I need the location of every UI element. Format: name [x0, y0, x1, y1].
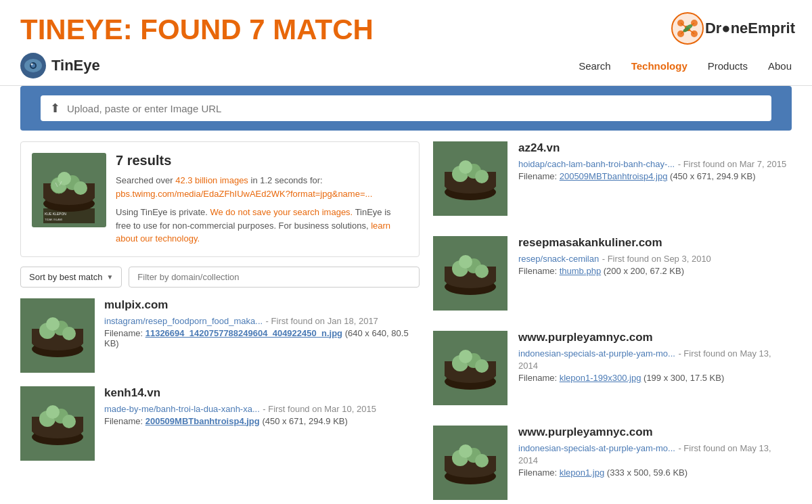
nav-technology[interactable]: Technology — [631, 60, 687, 72]
svg-point-76 — [459, 444, 472, 458]
right-thumb-0 — [433, 141, 508, 216]
right-panel: az24.vn hoidap/cach-lam-banh-troi-banh-c… — [433, 141, 792, 504]
right-first-found-1: - First found on Sep 3, 2010 — [602, 254, 711, 264]
main-nav: Search Technology Products Abou — [579, 60, 792, 72]
svg-point-44 — [46, 405, 60, 419]
filter-input[interactable] — [129, 267, 420, 288]
svg-point-23 — [58, 172, 71, 185]
logo-text: TinEye — [51, 57, 100, 74]
privacy-text: Using TinEye is private. We do not save … — [116, 206, 408, 246]
right-first-found-0: - First found on Mar 7, 2015 — [678, 159, 786, 169]
result-path-1[interactable]: made-by-me/banh-troi-la-dua-xanh-xa... — [104, 404, 260, 414]
drone-icon — [671, 12, 704, 45]
result-text: 7 results Searched over 42.3 billion ima… — [116, 153, 408, 246]
first-found-0: - First found on Jan 18, 2017 — [266, 316, 378, 326]
result-info-0: mulpix.com instagram/resep_foodporn_food… — [104, 298, 420, 373]
right-thumb-2 — [433, 331, 508, 405]
right-meta-3: Filename: klepon1.jpg (333 x 500, 59.6 K… — [518, 467, 792, 478]
svg-point-67 — [475, 359, 489, 373]
right-thumb-3 — [433, 426, 508, 500]
right-result-item-2: www.purpleyamnyc.com indonesian-specials… — [433, 331, 792, 405]
right-filename-3[interactable]: klepon1.jpg — [560, 467, 605, 478]
result-info-1: kenh14.vn made-by-me/banh-troi-la-dua-xa… — [104, 386, 420, 461]
brand-logo: Dr●neEmprit — [671, 12, 795, 45]
right-result-item-0: az24.vn hoidap/cach-lam-banh-troi-banh-c… — [433, 141, 792, 216]
logo-area: TinEye — [20, 53, 100, 78]
nav-about[interactable]: Abou — [768, 60, 792, 72]
right-path-2[interactable]: indonesian-specials-at-purple-yam-mo... — [518, 348, 675, 359]
right-meta-2: Filename: klepon1-199x300.jpg (199 x 300… — [518, 373, 792, 383]
result-thumb-1 — [20, 386, 95, 461]
query-image: KUE KLEPON TIDAK ISLAMI — [32, 153, 106, 227]
right-path-0[interactable]: hoidap/cach-lam-banh-troi-banh-chay-... — [518, 159, 675, 169]
right-domain-2: www.purpleyamnyc.com — [518, 331, 792, 344]
left-panel: KUE KLEPON TIDAK ISLAMI 7 results Search… — [20, 141, 420, 504]
result-url-link[interactable]: pbs.twimg.com/media/EdaZFhIUwAEd2WK?form… — [116, 189, 372, 199]
sort-label: Sort by best match — [29, 272, 102, 282]
result-path-0[interactable]: instagram/resep_foodporn_food_maka... — [104, 316, 263, 326]
filename-link-1[interactable]: 200509MBTbanhtroisp4.jpg — [145, 416, 260, 426]
eye-icon — [24, 56, 43, 75]
right-meta-1: Filename: thumb.php (200 x 200, 67.2 KB) — [518, 266, 792, 276]
upload-icon: ⬆ — [50, 101, 60, 116]
search-input-container: ⬆ — [41, 95, 771, 121]
result-meta-0: Filename: 11326694_1420757788249604_4049… — [104, 328, 420, 348]
tineye-logo-icon — [20, 53, 46, 78]
right-path-3[interactable]: indonesian-specials-at-purple-yam-mo... — [518, 443, 675, 453]
brand-name-text: Dr●neEmprit — [705, 20, 795, 37]
billion-images-link[interactable]: 42.3 billion images — [175, 175, 248, 185]
no-save-link[interactable]: We do not save your search images. — [210, 207, 353, 217]
result-count: 7 results — [116, 153, 408, 168]
svg-point-52 — [459, 160, 472, 174]
right-domain-0: az24.vn — [518, 141, 792, 155]
svg-text:KUE KLEPON: KUE KLEPON — [45, 212, 66, 216]
right-info-2: www.purpleyamnyc.com indonesian-specials… — [518, 331, 792, 383]
right-info-3: www.purpleyamnyc.com indonesian-specials… — [518, 426, 792, 478]
svg-point-43 — [62, 415, 76, 428]
svg-text:TIDAK ISLAMI: TIDAK ISLAMI — [45, 218, 62, 221]
right-result-item-1: resepmasakankuliner.com resep/snack-cemi… — [433, 236, 792, 311]
right-filename-2[interactable]: klepon1-199x300.jpg — [560, 373, 641, 383]
nav-products[interactable]: Products — [708, 60, 748, 72]
right-domain-1: resepmasakankuliner.com — [518, 236, 792, 250]
search-section: ⬆ — [20, 86, 792, 131]
first-found-1: - First found on Mar 10, 2015 — [263, 404, 376, 414]
right-domain-3: www.purpleyamnyc.com — [518, 426, 792, 439]
result-domain-1: kenh14.vn — [104, 386, 420, 400]
nav-search[interactable]: Search — [579, 60, 611, 72]
svg-point-22 — [74, 181, 87, 195]
filter-row: Sort by best match ▼ — [20, 267, 420, 288]
svg-point-75 — [475, 454, 489, 467]
svg-point-59 — [475, 265, 489, 278]
svg-point-51 — [475, 170, 489, 183]
result-description: Searched over 42.3 billion images in 1.2… — [116, 174, 408, 200]
right-filename-1[interactable]: thumb.php — [560, 266, 601, 276]
right-info-0: az24.vn hoidap/cach-lam-banh-troi-banh-c… — [518, 141, 792, 181]
svg-point-36 — [46, 317, 60, 331]
right-filename-0[interactable]: 200509MBTbanhtroisp4.jpg — [560, 171, 668, 181]
results-container: KUE KLEPON TIDAK ISLAMI 7 results Search… — [0, 141, 812, 504]
result-domain-0: mulpix.com — [104, 298, 420, 312]
sort-dropdown[interactable]: Sort by best match ▼ — [20, 267, 122, 288]
result-summary: KUE KLEPON TIDAK ISLAMI 7 results Search… — [20, 141, 420, 257]
svg-point-68 — [459, 350, 472, 363]
result-thumb-0 — [20, 298, 95, 373]
svg-point-14 — [31, 64, 33, 66]
svg-point-60 — [459, 255, 472, 269]
svg-point-35 — [62, 327, 76, 340]
right-result-item-3: www.purpleyamnyc.com indonesian-specials… — [433, 426, 792, 500]
search-input[interactable] — [67, 103, 762, 114]
sort-arrow-icon: ▼ — [106, 273, 113, 281]
filename-link-0[interactable]: 11326694_1420757788249604_404922450_n.jp… — [145, 328, 342, 338]
left-result-item-1: kenh14.vn made-by-me/banh-troi-la-dua-xa… — [20, 386, 420, 461]
result-meta-1: Filename: 200509MBTbanhtroisp4.jpg (450 … — [104, 416, 420, 426]
left-result-item-0: mulpix.com instagram/resep_foodporn_food… — [20, 298, 420, 373]
right-path-1[interactable]: resep/snack-cemilan — [518, 254, 599, 264]
header-row: TinEye Search Technology Products Abou — [0, 53, 812, 86]
right-meta-0: Filename: 200509MBTbanhtroisp4.jpg (450 … — [518, 171, 792, 181]
right-thumb-1 — [433, 236, 508, 311]
right-info-1: resepmasakankuliner.com resep/snack-cemi… — [518, 236, 792, 276]
